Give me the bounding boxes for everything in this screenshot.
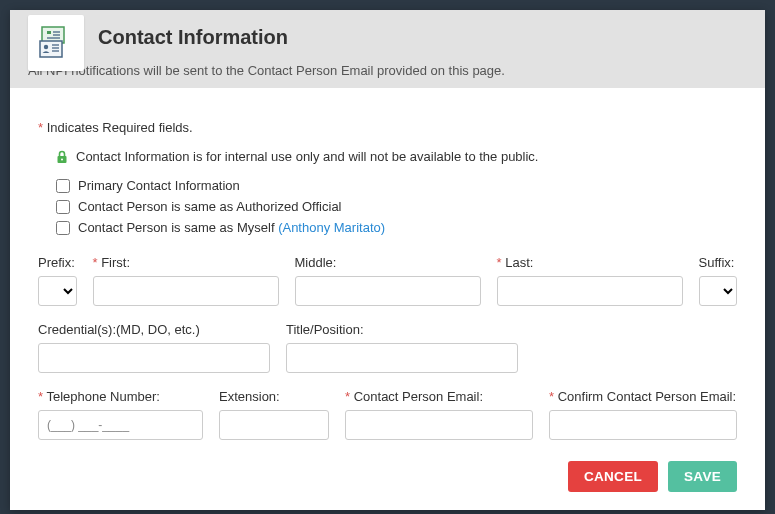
last-name-label: * Last: (497, 255, 683, 270)
extension-field: Extension: (219, 389, 329, 440)
extension-input[interactable] (219, 410, 329, 440)
confirm-email-input[interactable] (549, 410, 737, 440)
first-name-input[interactable] (93, 276, 279, 306)
telephone-field: * Telephone Number: (38, 389, 203, 440)
suffix-label: Suffix: (699, 255, 738, 270)
same-as-myself-label: Contact Person is same as Myself (Anthon… (78, 220, 385, 235)
modal-header: Contact Information All NPI notification… (10, 10, 765, 88)
confirm-email-field: * Confirm Contact Person Email: (549, 389, 737, 440)
first-name-label: * First: (93, 255, 279, 270)
myself-name-link[interactable]: (Anthony Maritato) (278, 220, 385, 235)
last-name-field: * Last: (497, 255, 683, 306)
internal-use-note: Contact Information is for internal use … (56, 149, 737, 164)
same-as-myself-checkbox[interactable] (56, 221, 70, 235)
last-name-input[interactable] (497, 276, 683, 306)
email-field: * Contact Person Email: (345, 389, 533, 440)
save-button[interactable]: SAVE (668, 461, 737, 492)
title-position-input[interactable] (286, 343, 518, 373)
svg-rect-1 (47, 31, 51, 34)
prefix-field: Prefix: (38, 255, 77, 306)
telephone-input[interactable] (38, 410, 203, 440)
modal-footer: CANCEL SAVE (10, 447, 765, 510)
suffix-select[interactable] (699, 276, 738, 306)
credentials-row: Credential(s):(MD, DO, etc.) Title/Posit… (38, 322, 737, 373)
title-position-field: Title/Position: (286, 322, 518, 373)
same-as-official-checkbox[interactable] (56, 200, 70, 214)
extension-label: Extension: (219, 389, 329, 404)
svg-point-6 (44, 45, 48, 49)
confirm-email-label: * Confirm Contact Person Email: (549, 389, 737, 404)
same-as-myself-row: Contact Person is same as Myself (Anthon… (56, 220, 737, 235)
prefix-select[interactable] (38, 276, 77, 306)
primary-contact-row: Primary Contact Information (56, 178, 737, 193)
middle-name-label: Middle: (295, 255, 481, 270)
prefix-label: Prefix: (38, 255, 77, 270)
name-row: Prefix: * First: Middle: * Last: Suffix: (38, 255, 737, 306)
middle-name-input[interactable] (295, 276, 481, 306)
cancel-button[interactable]: CANCEL (568, 461, 658, 492)
svg-rect-5 (40, 41, 62, 57)
suffix-field: Suffix: (699, 255, 738, 306)
modal-body: * Indicates Required fields. Contact Inf… (10, 88, 765, 447)
middle-name-field: Middle: (295, 255, 481, 306)
credentials-field: Credential(s):(MD, DO, etc.) (38, 322, 270, 373)
credentials-input[interactable] (38, 343, 270, 373)
contact-info-icon (28, 15, 84, 71)
required-fields-note: * Indicates Required fields. (38, 120, 737, 135)
same-as-official-row: Contact Person is same as Authorized Off… (56, 199, 737, 214)
telephone-label: * Telephone Number: (38, 389, 203, 404)
same-as-official-label: Contact Person is same as Authorized Off… (78, 199, 342, 214)
svg-point-11 (61, 158, 63, 160)
lock-icon (56, 150, 68, 164)
title-position-label: Title/Position: (286, 322, 518, 337)
primary-contact-checkbox[interactable] (56, 179, 70, 193)
email-input[interactable] (345, 410, 533, 440)
primary-contact-label: Primary Contact Information (78, 178, 240, 193)
asterisk: * (38, 120, 47, 135)
first-name-field: * First: (93, 255, 279, 306)
email-label: * Contact Person Email: (345, 389, 533, 404)
modal-subtitle: All NPI notifications will be sent to th… (28, 63, 747, 78)
modal-title: Contact Information (98, 26, 747, 49)
contact-row: * Telephone Number: Extension: * Contact… (38, 389, 737, 440)
credentials-label: Credential(s):(MD, DO, etc.) (38, 322, 270, 337)
contact-information-modal: Contact Information All NPI notification… (10, 10, 765, 510)
